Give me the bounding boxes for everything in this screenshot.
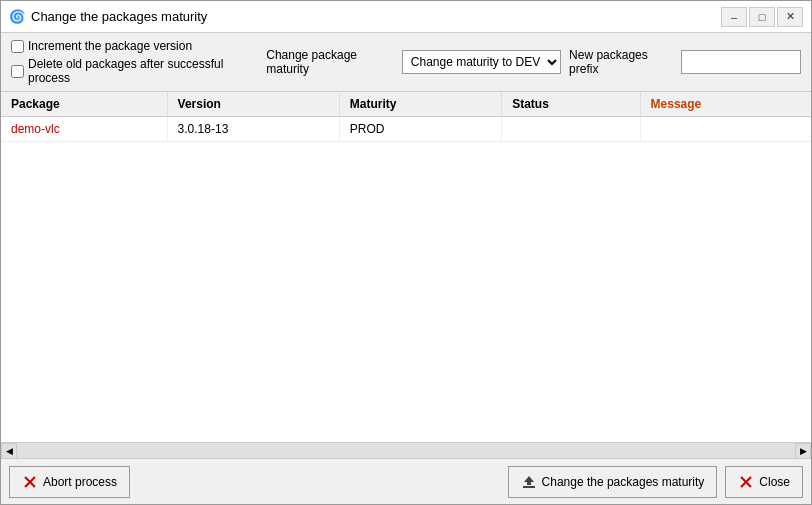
col-status: Status <box>502 92 640 117</box>
window-title: Change the packages maturity <box>31 9 721 24</box>
scroll-track[interactable] <box>17 443 795 459</box>
table-row: demo-vlc3.0.18-13PROD <box>1 117 811 142</box>
maximize-button[interactable]: □ <box>749 7 775 27</box>
increment-version-checkbox[interactable] <box>11 40 24 53</box>
delete-old-packages-label: Delete old packages after successful pro… <box>28 57 256 85</box>
svg-rect-0 <box>523 486 535 488</box>
delete-old-packages-checkbox[interactable] <box>11 65 24 78</box>
title-bar-controls: – □ ✕ <box>721 7 803 27</box>
minimize-button[interactable]: – <box>721 7 747 27</box>
increment-version-label: Increment the package version <box>28 39 192 53</box>
abort-process-button[interactable]: Abort process <box>9 466 130 498</box>
abort-label: Abort process <box>43 475 117 489</box>
table-body: demo-vlc3.0.18-13PROD <box>1 117 811 142</box>
window-close-button[interactable]: ✕ <box>777 7 803 27</box>
packages-table: Package Version Maturity Status Message … <box>1 92 811 142</box>
footer: Abort process Change the packages maturi… <box>1 458 811 504</box>
abort-icon <box>22 474 38 490</box>
delete-old-packages-checkbox-label[interactable]: Delete old packages after successful pro… <box>11 57 256 85</box>
table-header-row: Package Version Maturity Status Message <box>1 92 811 117</box>
footer-right: Change the packages maturity Close <box>508 466 803 498</box>
horizontal-scrollbar[interactable]: ◀ ▶ <box>1 442 811 458</box>
increment-version-checkbox-label[interactable]: Increment the package version <box>11 39 256 53</box>
upload-icon <box>521 474 537 490</box>
cell-message <box>640 117 811 142</box>
scroll-left-button[interactable]: ◀ <box>1 443 17 459</box>
scroll-right-button[interactable]: ▶ <box>795 443 811 459</box>
prefix-input[interactable] <box>681 50 801 74</box>
cell-version: 3.0.18-13 <box>167 117 339 142</box>
table-container: Package Version Maturity Status Message … <box>1 92 811 442</box>
new-packages-prefix-label: New packages prefix <box>569 48 673 76</box>
col-package: Package <box>1 92 167 117</box>
checkbox-group: Increment the package version Delete old… <box>11 39 256 85</box>
change-label: Change the packages maturity <box>542 475 705 489</box>
toolbar-right: Change package maturity Change maturity … <box>266 48 801 76</box>
change-maturity-button[interactable]: Change the packages maturity <box>508 466 718 498</box>
title-bar: 🌀 Change the packages maturity – □ ✕ <box>1 1 811 33</box>
col-version: Version <box>167 92 339 117</box>
cell-status <box>502 117 640 142</box>
close-button[interactable]: Close <box>725 466 803 498</box>
close-icon <box>738 474 754 490</box>
cell-package: demo-vlc <box>1 117 167 142</box>
col-message: Message <box>640 92 811 117</box>
main-window: 🌀 Change the packages maturity – □ ✕ Inc… <box>0 0 812 505</box>
maturity-dropdown[interactable]: Change maturity to DEV Change maturity t… <box>402 50 561 74</box>
close-label: Close <box>759 475 790 489</box>
toolbar: Increment the package version Delete old… <box>1 33 811 92</box>
change-package-maturity-label: Change package maturity <box>266 48 394 76</box>
footer-left: Abort process <box>9 466 130 498</box>
window-icon: 🌀 <box>9 9 25 25</box>
svg-marker-1 <box>524 476 534 485</box>
col-maturity: Maturity <box>339 92 501 117</box>
cell-maturity: PROD <box>339 117 501 142</box>
